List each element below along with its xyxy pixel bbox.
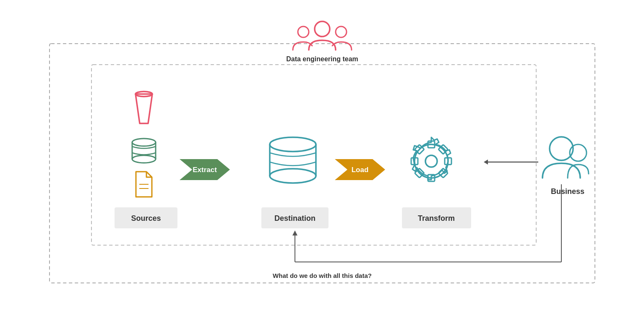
svg-rect-20 <box>428 175 435 181</box>
svg-point-4 <box>132 139 156 146</box>
transform-label: Transform <box>417 214 454 222</box>
svg-point-1 <box>298 26 309 37</box>
extract-label: Extract <box>193 166 217 174</box>
svg-rect-22 <box>411 158 418 165</box>
transform-label-box <box>402 207 471 228</box>
svg-rect-16 <box>428 141 435 148</box>
svg-overlay: Data engineering team Sources Extract <box>29 10 616 304</box>
svg-point-25 <box>570 144 587 161</box>
annotation-text: What do we do with all this data? <box>273 272 372 279</box>
svg-point-10 <box>270 137 316 152</box>
svg-point-2 <box>336 26 347 37</box>
dest-arrowhead <box>292 230 297 236</box>
destination-label: Destination <box>274 214 315 222</box>
extract-arrow <box>180 159 230 180</box>
outer-box <box>50 44 595 283</box>
svg-rect-18 <box>445 158 451 165</box>
transform-icon <box>412 137 451 180</box>
load-arrow <box>335 159 385 180</box>
business-label: Business <box>550 187 584 196</box>
svg-rect-17 <box>438 144 448 154</box>
diagram-container: Data engineering team Sources Extract <box>29 10 616 304</box>
destination-label-box <box>261 207 329 228</box>
svg-point-3 <box>136 92 152 97</box>
sources-label: Sources <box>131 214 161 222</box>
sources-label-box <box>115 207 177 228</box>
svg-rect-23 <box>415 144 424 154</box>
team-label: Data engineering team <box>286 55 358 63</box>
svg-point-24 <box>550 137 573 160</box>
business-arrowhead <box>484 160 488 165</box>
load-label: Load <box>351 166 368 174</box>
svg-point-15 <box>425 155 437 167</box>
inner-box <box>91 65 536 245</box>
svg-rect-21 <box>415 168 424 178</box>
svg-point-7 <box>132 155 156 163</box>
svg-point-14 <box>415 144 448 178</box>
svg-rect-19 <box>438 168 448 178</box>
svg-point-13 <box>270 169 316 183</box>
svg-point-0 <box>315 21 330 37</box>
